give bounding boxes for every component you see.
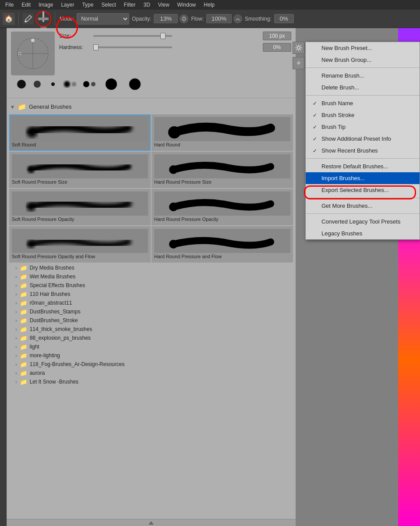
- brush-stroke-soft-pressure-opacity: [12, 192, 148, 216]
- size-slider[interactable]: [93, 35, 172, 37]
- brush-item-soft-pressure-opacity[interactable]: Soft Round Pressure Opacity: [9, 189, 151, 225]
- brush-item-soft-round[interactable]: Soft Round: [9, 114, 151, 151]
- subgroup-aurora[interactable]: › 📁 aurora: [8, 369, 294, 377]
- menu-show-additional-preset[interactable]: ✓ Show Additional Preset Info: [306, 133, 420, 145]
- subgroup-chevron-icon-13: ›: [15, 370, 17, 376]
- subgroup-folder-icon-7: 📁: [20, 317, 27, 324]
- brush-panel-settings-button[interactable]: [293, 42, 305, 54]
- brush-dropdown-menu: New Brush Preset... New Brush Group... R…: [305, 42, 420, 240]
- general-brushes-group-header[interactable]: ▼ 📁 General Brushes: [8, 100, 294, 114]
- subgroup-label-13: aurora: [30, 370, 45, 376]
- subgroup-chevron-icon-7: ›: [15, 318, 17, 323]
- menu-converted-legacy[interactable]: Converted Legacy Tool Presets: [306, 216, 420, 227]
- brush-name-hard-pressure-size: Hard Round Pressure Size: [154, 178, 290, 185]
- brush-item-hard-pressure-flow[interactable]: Hard Round Pressure and Flow: [152, 226, 293, 263]
- subgroup-folder-icon-6: 📁: [20, 308, 27, 315]
- menu-select[interactable]: Select: [98, 1, 119, 9]
- subgroup-fog[interactable]: › 📁 118_Fog-Brushes_Ar-Design-Resources: [8, 360, 294, 369]
- size-slider-thumb[interactable]: [160, 33, 166, 39]
- svg-point-12: [34, 81, 41, 88]
- subgroup-label-4: 110 Hair Brushes: [30, 291, 71, 297]
- subgroup-dry-media[interactable]: › 📁 Dry Media Brushes: [8, 263, 294, 272]
- hardness-slider-thumb[interactable]: [93, 44, 99, 50]
- menu-file[interactable]: File: [2, 1, 17, 9]
- brush-sample-6[interactable]: [101, 78, 121, 92]
- menu-show-recent-brushes[interactable]: ✓ Show Recent Brushes: [306, 145, 420, 156]
- brush-sample-5[interactable]: [82, 78, 98, 92]
- subgroup-folder-icon-10: 📁: [20, 343, 27, 350]
- brush-tool-icon[interactable]: [22, 13, 34, 25]
- menu-help[interactable]: Help: [200, 1, 218, 9]
- subgroup-more-lighting[interactable]: › 📁 more-lighting: [8, 351, 294, 360]
- subgroup-folder-icon-2: 📁: [20, 273, 27, 280]
- subgroup-dust-stroke[interactable]: › 📁 DustBrushes_Stroke: [8, 316, 294, 325]
- menu-legacy-brushes[interactable]: Legacy Brushes: [306, 227, 420, 239]
- subgroup-roman[interactable]: › 📁 r0man_abstract11: [8, 299, 294, 307]
- brush-list-area[interactable]: ▼ 📁 General Brushes Soft Round: [7, 98, 296, 519]
- brush-item-soft-pressure-size[interactable]: Soft Round Pressure Size: [9, 152, 151, 188]
- menu-image[interactable]: Image: [35, 1, 56, 9]
- menu-view[interactable]: View: [155, 1, 173, 9]
- brush-sample-1[interactable]: [15, 78, 28, 92]
- subgroup-light[interactable]: › 📁 light: [8, 342, 294, 351]
- menu-brush-name[interactable]: ✓ Brush Name: [306, 97, 420, 109]
- subgroup-folder-icon-8: 📁: [20, 326, 27, 333]
- menu-brush-tip[interactable]: ✓ Brush Tip: [306, 121, 420, 133]
- subgroup-dust-stamps[interactable]: › 📁 DustBrushes_Stamps: [8, 307, 294, 316]
- brush-stroke-hard-pressure-flow: [154, 229, 290, 253]
- opacity-lock-icon[interactable]: [180, 14, 188, 23]
- svg-rect-1: [42, 11, 44, 22]
- subgroup-hair-brushes[interactable]: › 📁 110 Hair Brushes: [8, 290, 294, 299]
- menu-restore-default[interactable]: Restore Default Brushes...: [306, 160, 420, 172]
- subgroup-special-effects[interactable]: › 📁 Special Effects Brushes: [8, 281, 294, 290]
- svg-rect-2: [38, 18, 49, 20]
- subgroup-snow[interactable]: › 📁 Let It Snow -Brushes: [8, 377, 294, 386]
- scroll-up-icon: [148, 521, 154, 525]
- menu-get-more-brushes[interactable]: Get More Brushes...: [306, 200, 420, 212]
- brush-name-soft-pressure-opacity-flow: Soft Round Pressure Opacity and Flow: [12, 253, 148, 260]
- hardness-value-input[interactable]: [263, 43, 291, 52]
- menu-delete-brush[interactable]: Delete Brush...: [306, 82, 420, 93]
- brush-sample-4[interactable]: [63, 78, 78, 92]
- brush-sample-7[interactable]: [125, 78, 145, 92]
- flow-input[interactable]: [206, 14, 232, 23]
- bottom-scroll[interactable]: [7, 519, 296, 526]
- subgroup-smoke[interactable]: › 📁 114_thick_smoke_brushes: [8, 325, 294, 334]
- brush-sample-3[interactable]: [47, 78, 59, 92]
- brush-item-hard-pressure-size[interactable]: Hard Round Pressure Size: [152, 152, 293, 188]
- subgroup-wet-media[interactable]: › 📁 Wet Media Brushes: [8, 272, 294, 281]
- brush-item-hard-round[interactable]: Hard Round: [152, 114, 293, 151]
- subgroup-label-7: DustBrushes_Stroke: [30, 317, 78, 323]
- hardness-slider[interactable]: [93, 46, 172, 48]
- opacity-label: Opacity:: [132, 16, 151, 22]
- brush-stroke-soft-pressure-size: [12, 154, 148, 178]
- menu-rename-brush[interactable]: Rename Brush...: [306, 70, 420, 82]
- menu-layer[interactable]: Layer: [57, 1, 78, 9]
- opacity-input[interactable]: [154, 14, 178, 23]
- add-brush-button[interactable]: +: [293, 57, 305, 69]
- menu-new-brush-preset[interactable]: New Brush Preset...: [306, 42, 420, 54]
- menu-edit[interactable]: Edit: [18, 1, 34, 9]
- home-button[interactable]: 🏠: [3, 13, 15, 25]
- check-recent-brushes: ✓: [313, 148, 319, 154]
- menu-import-brushes-label: Import Brushes...: [321, 175, 365, 181]
- subgroup-explosion[interactable]: › 📁 88_explosion_ps_brushes: [8, 334, 294, 342]
- brush-sample-2[interactable]: [31, 78, 43, 92]
- mode-select[interactable]: Normal Dissolve Multiply: [77, 13, 129, 25]
- menu-import-brushes[interactable]: Import Brushes...: [306, 172, 420, 184]
- menu-bar: File Edit Image Layer Type Select Filter…: [0, 0, 420, 10]
- brush-item-hard-pressure-opacity[interactable]: Hard Round Pressure Opacity: [152, 189, 293, 225]
- menu-new-brush-group[interactable]: New Brush Group...: [306, 54, 420, 66]
- menu-type[interactable]: Type: [78, 1, 97, 9]
- size-value-input[interactable]: [263, 32, 291, 40]
- menu-filter[interactable]: Filter: [120, 1, 139, 9]
- group-folder-icon: 📁: [18, 103, 26, 111]
- menu-brush-stroke[interactable]: ✓ Brush Stroke: [306, 109, 420, 121]
- brush-item-soft-pressure-opacity-flow[interactable]: Soft Round Pressure Opacity and Flow: [9, 226, 151, 263]
- flow-icon[interactable]: [233, 14, 242, 23]
- menu-rename-brush-label: Rename Brush...: [321, 72, 364, 79]
- menu-window[interactable]: Window: [174, 1, 200, 9]
- menu-export-brushes[interactable]: Export Selected Brushes...: [306, 184, 420, 196]
- menu-3d[interactable]: 3D: [140, 1, 153, 9]
- smoothing-input[interactable]: [274, 14, 294, 23]
